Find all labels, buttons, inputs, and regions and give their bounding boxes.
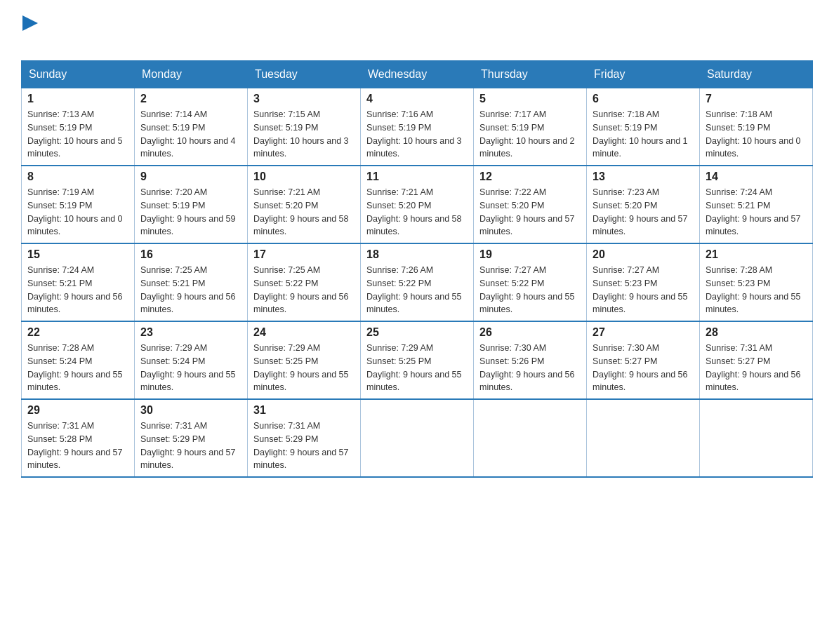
calendar-day-cell: 20 Sunrise: 7:27 AM Sunset: 5:23 PM Dayl… (587, 243, 700, 321)
day-number: 19 (479, 248, 581, 261)
day-info: Sunrise: 7:19 AM Sunset: 5:19 PM Dayligh… (27, 186, 128, 239)
weekday-header-tuesday: Tuesday (248, 61, 361, 88)
day-number: 14 (706, 170, 807, 183)
logo-arrow-icon (22, 15, 38, 31)
calendar-day-cell: 18 Sunrise: 7:26 AM Sunset: 5:22 PM Dayl… (361, 243, 474, 321)
calendar-day-cell (587, 399, 700, 477)
weekday-header-friday: Friday (587, 61, 700, 88)
calendar-day-cell: 2 Sunrise: 7:14 AM Sunset: 5:19 PM Dayli… (135, 88, 248, 166)
day-info: Sunrise: 7:21 AM Sunset: 5:20 PM Dayligh… (253, 186, 355, 239)
calendar-day-cell: 23 Sunrise: 7:29 AM Sunset: 5:24 PM Dayl… (135, 321, 248, 399)
day-number: 25 (366, 326, 468, 339)
page-header (21, 14, 813, 53)
day-info: Sunrise: 7:20 AM Sunset: 5:19 PM Dayligh… (140, 186, 241, 239)
day-info: Sunrise: 7:26 AM Sunset: 5:22 PM Dayligh… (366, 264, 468, 316)
calendar-week-row: 29 Sunrise: 7:31 AM Sunset: 5:28 PM Dayl… (22, 399, 813, 477)
day-number: 20 (593, 248, 694, 261)
day-number: 11 (366, 170, 468, 183)
calendar-day-cell: 10 Sunrise: 7:21 AM Sunset: 5:20 PM Dayl… (248, 166, 361, 243)
day-number: 31 (253, 404, 355, 417)
calendar-day-cell: 21 Sunrise: 7:28 AM Sunset: 5:23 PM Dayl… (700, 243, 813, 321)
day-number: 7 (706, 93, 807, 105)
day-number: 24 (253, 326, 355, 339)
day-number: 10 (253, 170, 355, 183)
day-number: 26 (479, 326, 581, 339)
day-number: 18 (366, 248, 468, 261)
day-number: 27 (593, 326, 694, 339)
day-info: Sunrise: 7:29 AM Sunset: 5:25 PM Dayligh… (366, 342, 468, 394)
calendar-day-cell: 19 Sunrise: 7:27 AM Sunset: 5:22 PM Dayl… (474, 243, 587, 321)
day-info: Sunrise: 7:23 AM Sunset: 5:20 PM Dayligh… (593, 186, 694, 239)
day-info: Sunrise: 7:18 AM Sunset: 5:19 PM Dayligh… (706, 108, 807, 161)
day-number: 4 (366, 93, 468, 105)
weekday-header-thursday: Thursday (474, 61, 587, 88)
day-number: 16 (140, 248, 241, 261)
calendar-day-cell: 30 Sunrise: 7:31 AM Sunset: 5:29 PM Dayl… (135, 399, 248, 477)
day-info: Sunrise: 7:27 AM Sunset: 5:22 PM Dayligh… (479, 264, 581, 316)
day-number: 28 (706, 326, 807, 339)
day-info: Sunrise: 7:25 AM Sunset: 5:22 PM Dayligh… (253, 264, 355, 316)
logo (21, 14, 38, 53)
weekday-header-saturday: Saturday (700, 61, 813, 88)
calendar-day-cell: 1 Sunrise: 7:13 AM Sunset: 5:19 PM Dayli… (22, 88, 135, 166)
calendar-day-cell (700, 399, 813, 477)
calendar-day-cell: 4 Sunrise: 7:16 AM Sunset: 5:19 PM Dayli… (361, 88, 474, 166)
day-number: 1 (27, 93, 128, 105)
day-info: Sunrise: 7:30 AM Sunset: 5:27 PM Dayligh… (593, 342, 694, 394)
day-number: 21 (706, 248, 807, 261)
day-number: 9 (140, 170, 241, 183)
day-number: 5 (479, 93, 581, 105)
day-info: Sunrise: 7:31 AM Sunset: 5:27 PM Dayligh… (706, 342, 807, 394)
day-info: Sunrise: 7:28 AM Sunset: 5:23 PM Dayligh… (706, 264, 807, 316)
calendar-day-cell: 14 Sunrise: 7:24 AM Sunset: 5:21 PM Dayl… (700, 166, 813, 243)
calendar-day-cell: 12 Sunrise: 7:22 AM Sunset: 5:20 PM Dayl… (474, 166, 587, 243)
day-info: Sunrise: 7:29 AM Sunset: 5:25 PM Dayligh… (253, 342, 355, 394)
day-number: 12 (479, 170, 581, 183)
day-info: Sunrise: 7:31 AM Sunset: 5:28 PM Dayligh… (27, 420, 128, 472)
day-info: Sunrise: 7:28 AM Sunset: 5:24 PM Dayligh… (27, 342, 128, 394)
day-info: Sunrise: 7:18 AM Sunset: 5:19 PM Dayligh… (593, 108, 694, 161)
day-number: 8 (27, 170, 128, 183)
day-number: 23 (140, 326, 241, 339)
weekday-header-row: SundayMondayTuesdayWednesdayThursdayFrid… (22, 61, 813, 88)
calendar-day-cell: 22 Sunrise: 7:28 AM Sunset: 5:24 PM Dayl… (22, 321, 135, 399)
calendar-day-cell: 5 Sunrise: 7:17 AM Sunset: 5:19 PM Dayli… (474, 88, 587, 166)
day-info: Sunrise: 7:31 AM Sunset: 5:29 PM Dayligh… (140, 420, 241, 472)
day-info: Sunrise: 7:24 AM Sunset: 5:21 PM Dayligh… (27, 264, 128, 316)
calendar-day-cell: 9 Sunrise: 7:20 AM Sunset: 5:19 PM Dayli… (135, 166, 248, 243)
calendar-day-cell (361, 399, 474, 477)
calendar-day-cell: 13 Sunrise: 7:23 AM Sunset: 5:20 PM Dayl… (587, 166, 700, 243)
calendar-week-row: 8 Sunrise: 7:19 AM Sunset: 5:19 PM Dayli… (22, 166, 813, 243)
day-info: Sunrise: 7:15 AM Sunset: 5:19 PM Dayligh… (253, 108, 355, 161)
calendar-day-cell: 29 Sunrise: 7:31 AM Sunset: 5:28 PM Dayl… (22, 399, 135, 477)
day-info: Sunrise: 7:21 AM Sunset: 5:20 PM Dayligh… (366, 186, 468, 239)
day-info: Sunrise: 7:25 AM Sunset: 5:21 PM Dayligh… (140, 264, 241, 316)
calendar-day-cell: 16 Sunrise: 7:25 AM Sunset: 5:21 PM Dayl… (135, 243, 248, 321)
day-info: Sunrise: 7:17 AM Sunset: 5:19 PM Dayligh… (479, 108, 581, 161)
day-info: Sunrise: 7:27 AM Sunset: 5:23 PM Dayligh… (593, 264, 694, 316)
day-info: Sunrise: 7:24 AM Sunset: 5:21 PM Dayligh… (706, 186, 807, 239)
weekday-header-wednesday: Wednesday (361, 61, 474, 88)
day-number: 3 (253, 93, 355, 105)
calendar-day-cell: 8 Sunrise: 7:19 AM Sunset: 5:19 PM Dayli… (22, 166, 135, 243)
day-number: 22 (27, 326, 128, 339)
day-info: Sunrise: 7:22 AM Sunset: 5:20 PM Dayligh… (479, 186, 581, 239)
day-info: Sunrise: 7:14 AM Sunset: 5:19 PM Dayligh… (140, 108, 241, 161)
day-info: Sunrise: 7:30 AM Sunset: 5:26 PM Dayligh… (479, 342, 581, 394)
day-info: Sunrise: 7:16 AM Sunset: 5:19 PM Dayligh… (366, 108, 468, 161)
day-number: 13 (593, 170, 694, 183)
day-number: 29 (27, 404, 128, 417)
calendar-day-cell: 27 Sunrise: 7:30 AM Sunset: 5:27 PM Dayl… (587, 321, 700, 399)
calendar-day-cell: 28 Sunrise: 7:31 AM Sunset: 5:27 PM Dayl… (700, 321, 813, 399)
day-info: Sunrise: 7:31 AM Sunset: 5:29 PM Dayligh… (253, 420, 355, 472)
day-info: Sunrise: 7:29 AM Sunset: 5:24 PM Dayligh… (140, 342, 241, 394)
calendar-day-cell: 6 Sunrise: 7:18 AM Sunset: 5:19 PM Dayli… (587, 88, 700, 166)
svg-marker-0 (22, 15, 38, 31)
calendar-week-row: 15 Sunrise: 7:24 AM Sunset: 5:21 PM Dayl… (22, 243, 813, 321)
day-number: 30 (140, 404, 241, 417)
calendar-day-cell: 24 Sunrise: 7:29 AM Sunset: 5:25 PM Dayl… (248, 321, 361, 399)
calendar-day-cell: 26 Sunrise: 7:30 AM Sunset: 5:26 PM Dayl… (474, 321, 587, 399)
calendar-day-cell: 3 Sunrise: 7:15 AM Sunset: 5:19 PM Dayli… (248, 88, 361, 166)
calendar-day-cell: 11 Sunrise: 7:21 AM Sunset: 5:20 PM Dayl… (361, 166, 474, 243)
calendar-day-cell: 17 Sunrise: 7:25 AM Sunset: 5:22 PM Dayl… (248, 243, 361, 321)
